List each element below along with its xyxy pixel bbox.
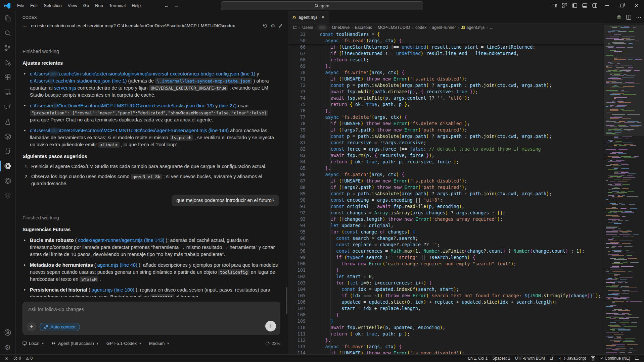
code-line[interactable]: 82 const force = args.force !== false; /… [288, 146, 604, 152]
code-line[interactable]: 96 const search = change?.search; [288, 235, 604, 242]
toggle-secondary-sidebar-icon[interactable] [590, 0, 600, 11]
settings-gear-icon[interactable]: ⚙ [0, 340, 15, 355]
code-line[interactable]: 99 if (typeof search !== 'string' || !se… [288, 254, 604, 261]
breadcrumb-item[interactable]: Users [302, 25, 313, 30]
code-area[interactable]: 33 const toolHandlers = {50 async 'fs.re… [288, 31, 604, 355]
code-line[interactable]: 92 const changes = Array.isArray(args.ch… [288, 210, 604, 216]
ai-assistant-icon[interactable] [0, 144, 15, 159]
breadcrumb-item[interactable]: JSagent.mjs [461, 25, 485, 30]
chat-sparkle-icon[interactable] [0, 100, 15, 114]
code-line[interactable]: 71 if (!UNSAFE) throw new Error('fs.writ… [288, 76, 604, 82]
code-line[interactable]: 93 if (!changes.length) throw new Error(… [288, 216, 604, 222]
code-line[interactable]: 103 for (let i=0; i<occurrences; i++) { [288, 280, 604, 286]
problems-errors[interactable]: 0 [11, 355, 24, 362]
code-line[interactable]: 67 if (lineEndReturned !== undefined) re… [288, 50, 604, 57]
file-link[interactable]: agent.mjs (line 48) [97, 262, 137, 268]
reasoning-selector[interactable]: Medium▼ [149, 341, 170, 346]
code-line[interactable]: 102 let start = 0; [288, 273, 604, 280]
file-link[interactable]: agent.mjs (line 100) [92, 287, 134, 293]
code-line[interactable]: 91 const original = await fsp.readFile(p… [288, 203, 604, 210]
code-line[interactable]: 107 start = idx + replace.length; [288, 305, 604, 312]
remote-explorer-icon[interactable] [0, 85, 15, 100]
minimize-button[interactable] [600, 0, 614, 11]
encoding[interactable]: UTF-8 with BOM [513, 355, 547, 362]
new-chat-icon[interactable] [278, 23, 283, 28]
code-line[interactable]: 33 const toolHandlers = { [288, 31, 604, 38]
send-button[interactable]: ↑ [265, 321, 276, 331]
file-link[interactable]: c:\Users\ [30, 78, 49, 84]
indentation[interactable]: Spaces: 2 [490, 355, 512, 362]
file-link[interactable]: \.cache\lm-studio\mcp.json (line 1) [53, 78, 127, 84]
code-line[interactable]: 89 const p = path.isAbsolute(args.path) … [288, 191, 604, 197]
code-line[interactable]: 66 if (lineStartReturned !== undefined) … [288, 44, 604, 50]
containers-icon[interactable] [0, 129, 15, 144]
code-line[interactable]: 105 if (idx === -1) throw new Error(`sea… [288, 293, 604, 299]
menu-selection[interactable]: Selection [41, 0, 64, 11]
eol-sequence[interactable]: LF [547, 355, 557, 362]
menu-help[interactable]: Help [129, 0, 144, 11]
menu-terminal[interactable]: Terminal [106, 0, 129, 11]
layers-extension-icon[interactable] [0, 188, 15, 203]
code-line[interactable]: 111 return { ok: true, path: p }; [288, 331, 604, 337]
split-editor-icon[interactable] [626, 15, 631, 20]
menu-view[interactable]: View [65, 0, 80, 11]
file-link[interactable]: (line 27) [219, 103, 236, 108]
breadcrumb-item[interactable]: Escritorio [355, 25, 372, 30]
back-icon[interactable]: ← [22, 23, 28, 29]
model-selector[interactable]: GPT-5.1-Codex▼ [106, 341, 142, 346]
notifications-bell[interactable] [633, 355, 641, 362]
code-line[interactable]: 86 async 'fs.patch'(args, ctx) { [288, 171, 604, 178]
file-link[interactable]: codex/agent-runner/agent.mjs (line 143) [78, 238, 164, 243]
breadcrumb-item[interactable]: ... [490, 25, 493, 30]
code-line[interactable]: 70 async 'fs.write'(args, ctx) { [288, 69, 604, 76]
breadcrumb-item[interactable]: lafor [319, 25, 327, 30]
code-line[interactable]: 83 await fsp.rm(p, { recursive, force })… [288, 152, 604, 159]
remote-indicator[interactable] [2, 355, 11, 362]
inline-code-chip[interactable]: \.internal\last-synced-mcp-state.json [155, 78, 252, 84]
code-line[interactable]: 94 let updated = original; [288, 222, 604, 229]
code-line[interactable]: 50 async 'fs.read'(args, ctx) { [288, 38, 604, 44]
close-button[interactable]: ✕ [629, 0, 644, 11]
breadcrumb-item[interactable]: agent-runner [432, 25, 456, 30]
menu-run[interactable]: Run [92, 0, 106, 11]
code-line[interactable]: 108 } [288, 312, 604, 318]
source-control-icon[interactable] [0, 41, 15, 55]
code-line[interactable]: 87 if (!UNSAFE) throw new Error('fs.patc… [288, 178, 604, 184]
menu-file[interactable]: File [14, 0, 27, 11]
file-link[interactable]: c:\Users\ [30, 71, 49, 76]
code-line[interactable]: 109 } [288, 318, 604, 324]
code-line[interactable]: 73 await fsp.mkdir(path.dirname(p), { re… [288, 89, 604, 95]
code-line[interactable]: 90 const encoding = args.encoding || 'ut… [288, 197, 604, 203]
environment-selector[interactable]: Local▼ [22, 341, 44, 346]
code-line[interactable]: 95 for (const change of changes) { [288, 229, 604, 235]
toggle-panel-icon[interactable] [580, 0, 590, 11]
code-line[interactable]: 106 updated = updated.slice(0, idx) + re… [288, 299, 604, 305]
nav-forward-button[interactable]: → [174, 3, 179, 8]
code-line[interactable]: 100 throw new Error('each change require… [288, 261, 604, 267]
more-actions-icon[interactable]: ⋯ [636, 14, 641, 20]
breadcrumb-item[interactable]: codex [415, 25, 426, 30]
tab-close-icon[interactable]: ✕ [321, 15, 325, 20]
extension-status[interactable] [588, 355, 598, 362]
restore-button[interactable] [614, 0, 629, 11]
nav-back-button[interactable]: ← [164, 3, 169, 8]
customize-layout-icon[interactable] [559, 0, 569, 11]
file-link[interactable]: \OneDrive\Escritorio\MCP-LMSTUDIO\codex\… [58, 128, 229, 133]
codex-editor-icon[interactable] [616, 15, 622, 20]
code-line[interactable]: 104 const idx = updated.indexOf(search, … [288, 286, 604, 293]
file-link[interactable]: server.mjs [54, 85, 76, 91]
chat-dropdown-icon[interactable] [549, 0, 559, 11]
minimap[interactable] [604, 23, 644, 355]
settings-gear-icon[interactable]: ⚙ [271, 23, 275, 29]
code-line[interactable]: 76 }, [288, 108, 604, 114]
code-line[interactable]: 68 return result; [288, 57, 604, 63]
breadcrumb-item[interactable]: C: [293, 25, 297, 30]
code-line[interactable]: 85 }, [288, 165, 604, 171]
chat-thread-header[interactable]: ← en este directorio cual es el servidor… [16, 21, 288, 31]
mode-selector[interactable]: Agent (full access)▼ [52, 341, 99, 346]
code-line[interactable]: 72 const p = path.isAbsolute(args.path) … [288, 82, 604, 89]
extensions-icon[interactable] [0, 70, 15, 85]
search-icon[interactable] [0, 26, 15, 41]
code-line[interactable]: 80 const p = path.isAbsolute(args.path) … [288, 133, 604, 140]
code-line[interactable]: 69 }, [288, 63, 604, 69]
